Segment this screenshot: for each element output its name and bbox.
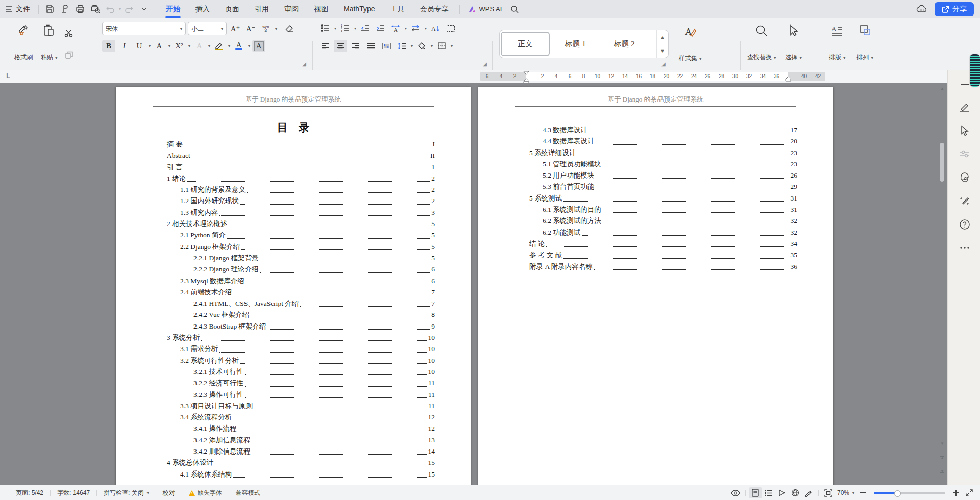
font-color-button[interactable]: A <box>232 40 246 52</box>
style-set-button[interactable]: A 样式集 ▾ <box>676 23 704 65</box>
text-effects-button[interactable]: A <box>192 40 206 52</box>
document-page-left[interactable]: 基于 Django 的茶品预定管理系统 目 录 摘 要 I Abstract I… <box>116 87 471 485</box>
numbered-list-chevron[interactable]: ▾ <box>354 26 356 31</box>
ribbon-tab[interactable]: 审阅 <box>277 0 306 18</box>
arrange-button[interactable]: 排列 ▾ <box>853 22 876 64</box>
ribbon-tab[interactable]: 工具 <box>383 0 412 18</box>
web-layout-button[interactable] <box>789 487 802 498</box>
annotate-pen-icon[interactable] <box>959 102 970 113</box>
borders-button[interactable] <box>435 40 448 52</box>
text-effects-chevron[interactable]: ▾ <box>208 44 210 48</box>
more-options-icon[interactable] <box>959 242 970 254</box>
toc-entry[interactable]: 4.1 系统体系结构 15 <box>167 469 435 480</box>
select-button[interactable]: 选择 ▾ <box>782 22 804 64</box>
shading-chevron[interactable]: ▾ <box>431 44 433 48</box>
ribbon-tab[interactable]: 引用 <box>247 0 277 18</box>
shading-button[interactable] <box>415 40 428 52</box>
export-pdf-button[interactable] <box>57 3 72 16</box>
strikethrough-chevron[interactable]: ▾ <box>168 44 170 48</box>
cut-button[interactable] <box>62 27 76 39</box>
page-indicator[interactable]: 页面: 5/42 <box>9 485 50 500</box>
character-scale-button[interactable]: A <box>389 22 402 34</box>
character-scale-chevron[interactable]: ▾ <box>405 26 407 31</box>
justify-button[interactable] <box>364 40 378 52</box>
strikethrough-button[interactable]: A <box>153 40 166 52</box>
borders-chevron[interactable]: ▾ <box>451 44 453 48</box>
swap-chevron[interactable]: ▾ <box>425 26 427 31</box>
paste-button[interactable]: 粘贴 ▾ <box>38 22 60 64</box>
highlight-chevron[interactable]: ▾ <box>228 44 230 48</box>
right-indent-marker[interactable] <box>785 76 791 82</box>
first-line-indent-marker[interactable] <box>523 71 529 75</box>
style-item[interactable]: 正文 <box>501 32 550 56</box>
ribbon-tab[interactable]: MathType <box>336 0 382 18</box>
ink-edit-button[interactable] <box>802 487 815 498</box>
style-scroll-down[interactable]: ▼ <box>660 48 665 54</box>
play-presentation-button[interactable] <box>775 487 789 498</box>
clear-format-button[interactable] <box>283 22 297 35</box>
format-painter-button[interactable]: 格式刷 <box>11 22 36 64</box>
increase-indent-button[interactable] <box>374 22 387 34</box>
ribbon-tab[interactable]: 插入 <box>188 0 217 18</box>
style-scroll-up[interactable]: ▲ <box>660 35 665 40</box>
zoom-slider[interactable] <box>874 492 945 494</box>
magic-wand-icon[interactable] <box>959 195 970 207</box>
search-button[interactable] <box>507 3 522 16</box>
missing-font-warning[interactable]: 缺失字体 <box>182 485 229 500</box>
typeset-button[interactable]: A 排版 ▾ <box>826 22 848 64</box>
style-item[interactable]: 标题 1 <box>552 32 599 56</box>
line-spacing-chevron[interactable]: ▾ <box>411 44 413 48</box>
increase-font-button[interactable]: A⁺ <box>229 22 242 35</box>
reading-preview-button[interactable] <box>729 487 742 498</box>
decrease-indent-button[interactable] <box>358 22 372 34</box>
print-button[interactable] <box>72 3 88 16</box>
character-shading-button[interactable]: A <box>252 40 265 52</box>
style-item[interactable]: 标题 2 <box>601 32 648 56</box>
find-replace-button[interactable]: 查找替换 ▾ <box>744 22 779 64</box>
collapse-ribbon-icon[interactable] <box>959 79 970 90</box>
scroll-up-arrow[interactable]: ▲ <box>939 85 945 91</box>
italic-button[interactable]: I <box>117 40 131 52</box>
next-page-button[interactable]: ▼ <box>939 469 945 475</box>
zoom-in-button[interactable] <box>949 487 963 498</box>
tea-assistant-icon[interactable] <box>959 172 970 183</box>
align-left-button[interactable] <box>318 40 332 52</box>
document-page-right[interactable]: 基于 Django 的茶品预定管理系统 4.3 数据库设计 17 4.4 数据库… <box>478 87 833 485</box>
previous-page-button[interactable]: ▲ <box>939 455 945 461</box>
numbered-list-button[interactable]: 123 <box>338 22 352 34</box>
quick-access-more-chevron[interactable] <box>136 3 152 16</box>
align-center-button[interactable] <box>334 40 347 52</box>
save-button[interactable] <box>42 3 57 16</box>
bold-button[interactable]: B <box>102 40 115 52</box>
proofread-button[interactable]: 校对 <box>156 485 182 500</box>
font-dialog-launcher[interactable]: ◢ <box>302 61 306 67</box>
copy-button[interactable] <box>62 49 76 61</box>
horizontal-ruler[interactable]: 642246810121416182022242628303234364042 <box>480 72 825 81</box>
cloud-sync-button[interactable] <box>914 3 929 16</box>
bullet-list-button[interactable] <box>318 22 332 34</box>
font-color-chevron[interactable]: ▾ <box>248 44 250 48</box>
distribute-button[interactable] <box>380 40 393 52</box>
fit-page-button[interactable] <box>822 487 835 498</box>
redo-button[interactable] <box>121 3 136 16</box>
wps-ai-button[interactable]: WPS AI <box>463 5 507 13</box>
pointer-icon[interactable] <box>959 125 970 136</box>
scroll-position-indicator[interactable] <box>970 54 980 87</box>
tab-stop-selector[interactable]: L <box>4 72 12 80</box>
vertical-scrollbar[interactable]: ▲ ▼ ▲ ▼ <box>938 83 946 485</box>
align-right-button[interactable] <box>349 40 362 52</box>
underline-chevron[interactable]: ▾ <box>149 44 151 48</box>
two-way-arrows-button[interactable] <box>409 22 422 34</box>
outline-view-button[interactable] <box>762 487 775 498</box>
zoom-out-button[interactable] <box>856 487 870 498</box>
share-button[interactable]: 分享 <box>935 2 974 16</box>
pinyin-guide-button[interactable]: wén文 <box>259 22 273 35</box>
paragraph-dialog-launcher[interactable]: ◢ <box>483 61 487 67</box>
styles-dialog-launcher[interactable]: ◢ <box>662 61 666 67</box>
toc-entry[interactable]: 附录 A 附录内容名称 36 <box>529 261 797 272</box>
word-count[interactable]: 字数: 14647 <box>51 485 96 500</box>
highlight-button[interactable] <box>212 40 226 52</box>
ribbon-tab[interactable]: 开始 <box>158 0 188 18</box>
scroll-down-arrow[interactable]: ▼ <box>939 440 945 446</box>
pinyin-chevron[interactable]: ▾ <box>275 27 277 31</box>
